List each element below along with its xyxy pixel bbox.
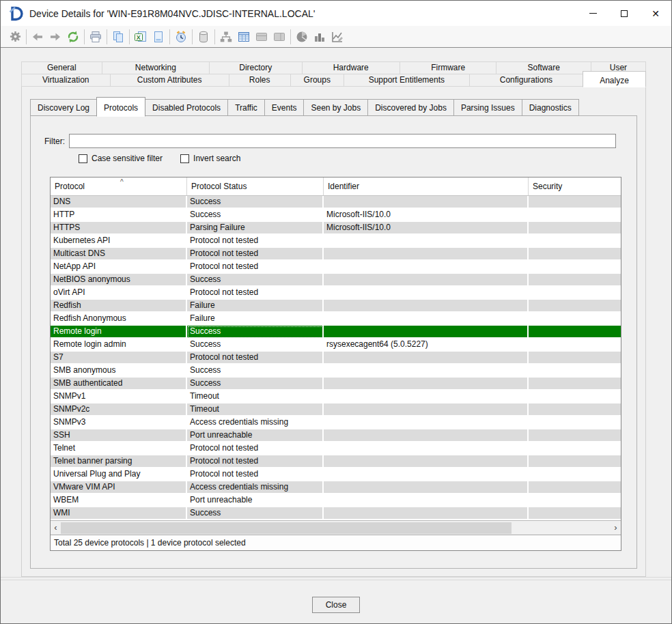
cell-protocol[interactable]: SMB authenticated [51,378,187,391]
cell-identifier[interactable] [324,235,529,248]
cell-identifier[interactable] [324,365,529,378]
cell-status[interactable]: Access credentials missing [187,481,324,494]
cell-identifier[interactable] [324,468,529,481]
cell-protocol[interactable]: SNMPv3 [51,416,187,429]
cell-status[interactable]: Port unreachable [187,494,324,507]
cell-status[interactable]: Protocol not tested [187,352,324,365]
subtab-diagnostics[interactable]: Diagnostics [522,99,579,116]
cell-protocol[interactable]: Redfish [51,300,187,313]
subtab-protocols[interactable]: Protocols [96,97,145,117]
tab-firmware[interactable]: Firmware [400,61,496,74]
close-window-button[interactable]: ✕ [640,1,671,26]
alarm-clock-icon[interactable] [172,28,190,46]
cell-identifier[interactable] [324,261,529,274]
table-row-dns[interactable]: DNSSuccess [51,196,621,209]
cell-status[interactable]: Timeout [187,403,324,416]
table-row-http[interactable]: HTTPSuccessMicrosoft-IIS/10.0 [51,209,621,222]
cell-security[interactable] [529,378,621,391]
cell-security[interactable] [529,196,621,209]
cell-status[interactable]: Timeout [187,391,324,403]
cell-status[interactable]: Access credentials missing [187,416,324,429]
cell-security[interactable] [529,326,621,339]
cell-protocol[interactable]: SSH [51,429,187,442]
cell-identifier[interactable] [324,494,529,507]
checkbox-invert-search[interactable]: Invert search [180,154,240,163]
filter-input[interactable] [69,134,616,148]
forward-arrow-icon[interactable] [46,28,64,46]
tab-networking[interactable]: Networking [102,61,210,74]
tab-general[interactable]: General [21,61,102,74]
cell-status[interactable]: Protocol not tested [187,455,324,468]
cell-status[interactable]: Success [187,196,324,209]
cell-security[interactable] [529,261,621,274]
tab-directory[interactable]: Directory [209,61,303,74]
cell-protocol[interactable]: WMI [51,507,187,520]
cell-status[interactable]: Protocol not tested [187,261,324,274]
cell-status[interactable]: Success [187,326,324,339]
cell-identifier[interactable] [324,507,529,520]
panel-vertical-icon[interactable] [270,28,288,46]
cell-protocol[interactable]: VMware VIM API [51,481,187,494]
cell-security[interactable] [529,248,621,261]
cell-protocol[interactable]: Telnet [51,442,187,455]
cell-identifier[interactable] [324,455,529,468]
cell-security[interactable] [529,313,621,326]
pie-chart-icon[interactable] [293,28,311,46]
tab-configurations[interactable]: Configurations [469,74,583,87]
table-row-netbios-anonymous[interactable]: NetBIOS anonymousSuccess [51,274,621,287]
table-row-ovirt-api[interactable]: oVirt APIProtocol not tested [51,287,621,300]
cell-identifier[interactable] [324,313,529,326]
cell-protocol[interactable]: Telnet banner parsing [51,455,187,468]
cell-status[interactable]: Failure [187,313,324,326]
table-row-wmi[interactable]: WMISuccess [51,507,621,520]
table-row-s7[interactable]: S7Protocol not tested [51,352,621,365]
cell-status[interactable]: Success [187,339,324,352]
subtab-disabled-protocols[interactable]: Disabled Protocols [145,99,228,116]
cell-security[interactable] [529,300,621,313]
cell-identifier[interactable]: Microsoft-IIS/10.0 [324,222,529,235]
cell-security[interactable] [529,481,621,494]
cell-security[interactable] [529,209,621,222]
checkbox-icon[interactable] [79,154,87,163]
cell-protocol[interactable]: SNMPv1 [51,391,187,403]
cell-identifier[interactable] [324,416,529,429]
table-row-smb-anonymous[interactable]: SMB anonymousSuccess [51,365,621,378]
cell-identifier[interactable] [324,248,529,261]
table-row-vmware-vim-api[interactable]: VMware VIM APIAccess credentials missing [51,481,621,494]
tab-support-entitlements[interactable]: Support Entitlements [344,74,470,87]
cell-identifier[interactable]: Microsoft-IIS/10.0 [324,209,529,222]
cell-security[interactable] [529,222,621,235]
cell-identifier[interactable] [324,403,529,416]
cell-protocol[interactable]: S7 [51,352,187,365]
cell-security[interactable] [529,429,621,442]
refresh-icon[interactable] [64,28,82,46]
horizontal-scrollbar[interactable]: ‹ › [51,520,621,535]
table-row-remote-login[interactable]: Remote loginSuccess [51,326,621,339]
cell-security[interactable] [529,507,621,520]
sitemap-icon[interactable] [217,28,235,46]
cell-security[interactable] [529,235,621,248]
cell-identifier[interactable]: rsysexecagent64 (5.0.5227) [324,339,529,352]
cell-status[interactable]: Success [187,209,324,222]
subtab-traffic[interactable]: Traffic [227,99,265,116]
cell-identifier[interactable] [324,287,529,300]
cell-identifier[interactable] [324,352,529,365]
scrollbar-thumb[interactable] [61,522,512,534]
cell-protocol[interactable]: HTTPS [51,222,187,235]
cell-protocol[interactable]: HTTP [51,209,187,222]
cell-identifier[interactable] [324,196,529,209]
cell-security[interactable] [529,287,621,300]
cell-identifier[interactable] [324,300,529,313]
cell-security[interactable] [529,442,621,455]
close-button[interactable]: Close [312,597,360,613]
cell-status[interactable]: Success [187,507,324,520]
cell-identifier[interactable] [324,429,529,442]
cell-protocol[interactable]: DNS [51,196,187,209]
back-arrow-icon[interactable] [29,28,46,46]
table-row-snmpv1[interactable]: SNMPv1Timeout [51,391,621,403]
table-row-kubernetes-api[interactable]: Kubernetes APIProtocol not tested [51,235,621,248]
cell-security[interactable] [529,352,621,365]
cell-status[interactable]: Protocol not tested [187,235,324,248]
cell-protocol[interactable]: Universal Plug and Play [51,468,187,481]
cell-status[interactable]: Success [187,274,324,287]
